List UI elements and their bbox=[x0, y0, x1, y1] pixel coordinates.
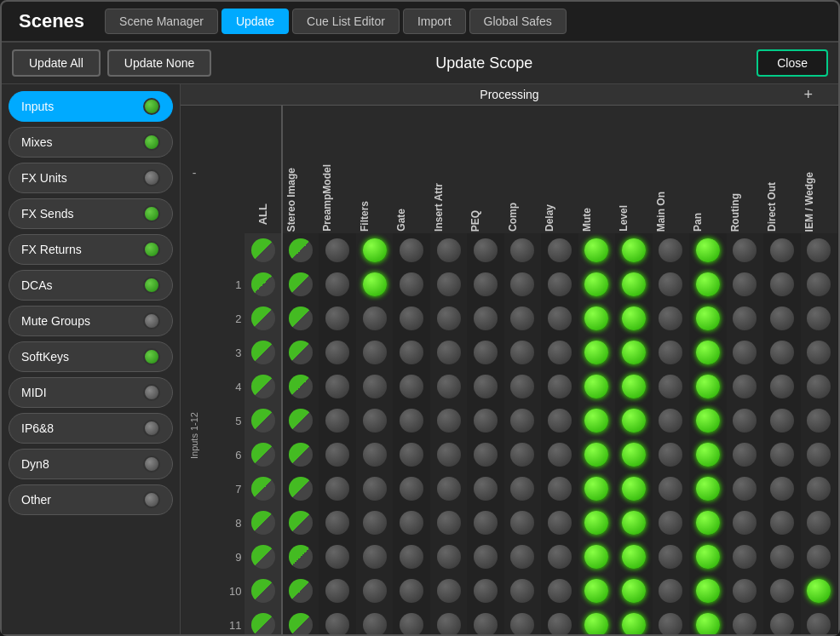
grid-cell[interactable] bbox=[727, 608, 763, 634]
sidebar-item-fx-returns[interactable]: FX Returns bbox=[9, 234, 173, 265]
grid-cell[interactable] bbox=[578, 472, 615, 506]
grid-cell[interactable] bbox=[356, 608, 393, 634]
grid-cell[interactable] bbox=[615, 574, 652, 608]
grid-cell[interactable] bbox=[504, 574, 541, 608]
sidebar-item-softkeys[interactable]: SoftKeys bbox=[9, 341, 173, 372]
grid-cell[interactable] bbox=[467, 472, 503, 506]
grid-cell[interactable] bbox=[393, 472, 429, 506]
grid-cell[interactable] bbox=[319, 574, 355, 608]
grid-cell[interactable] bbox=[653, 404, 689, 438]
all-column-dot[interactable] bbox=[245, 370, 281, 404]
grid-cell[interactable] bbox=[319, 301, 355, 335]
grid-cell[interactable] bbox=[578, 540, 615, 574]
grid-cell[interactable] bbox=[727, 267, 763, 301]
grid-cell[interactable] bbox=[763, 404, 800, 438]
grid-cell[interactable] bbox=[763, 574, 800, 608]
grid-cell[interactable] bbox=[801, 608, 838, 634]
close-button[interactable]: Close bbox=[757, 49, 828, 77]
grid-cell[interactable] bbox=[430, 404, 467, 438]
grid-cell[interactable] bbox=[393, 574, 429, 608]
grid-cell[interactable] bbox=[578, 506, 615, 540]
grid-cell[interactable] bbox=[467, 404, 503, 438]
grid-cell[interactable] bbox=[689, 404, 726, 438]
grid-cell[interactable] bbox=[393, 404, 429, 438]
grid-cell[interactable] bbox=[541, 506, 578, 540]
grid-cell[interactable] bbox=[727, 438, 763, 472]
sidebar-item-ip68[interactable]: IP6&8 bbox=[9, 413, 173, 444]
grid-cell[interactable] bbox=[801, 472, 838, 506]
grid-cell[interactable] bbox=[504, 370, 541, 404]
grid-cell[interactable] bbox=[689, 267, 726, 301]
grid-cell[interactable] bbox=[727, 472, 763, 506]
grid-cell[interactable] bbox=[689, 574, 726, 608]
grid-cell[interactable] bbox=[653, 438, 689, 472]
grid-cell[interactable] bbox=[319, 506, 355, 540]
grid-cell[interactable] bbox=[689, 438, 726, 472]
grid-cell[interactable] bbox=[356, 506, 393, 540]
grid-cell[interactable] bbox=[801, 370, 838, 404]
grid-cell[interactable] bbox=[541, 335, 578, 370]
grid-cell[interactable] bbox=[282, 472, 319, 506]
grid-cell[interactable] bbox=[282, 608, 319, 634]
grid-cell[interactable] bbox=[578, 335, 615, 370]
all-column-dot[interactable] bbox=[245, 267, 281, 301]
grid-cell[interactable] bbox=[504, 438, 541, 472]
grid-cell[interactable] bbox=[801, 438, 838, 472]
grid-cell[interactable] bbox=[541, 370, 578, 404]
grid-cell[interactable] bbox=[727, 506, 763, 540]
grid-cell[interactable] bbox=[578, 370, 615, 404]
grid-cell[interactable] bbox=[653, 301, 689, 335]
grid-cell[interactable] bbox=[504, 233, 541, 267]
grid-cell[interactable] bbox=[319, 438, 355, 472]
grid-cell[interactable] bbox=[653, 335, 689, 370]
sidebar-item-dcas[interactable]: DCAs bbox=[9, 270, 173, 301]
grid-cell[interactable] bbox=[763, 472, 800, 506]
grid-cell[interactable] bbox=[282, 404, 319, 438]
grid-cell[interactable] bbox=[615, 370, 652, 404]
sidebar-item-fx-units[interactable]: FX Units bbox=[9, 163, 173, 193]
processing-plus-button[interactable]: + bbox=[803, 86, 813, 104]
grid-cell[interactable] bbox=[467, 335, 503, 370]
grid-cell[interactable] bbox=[504, 301, 541, 335]
grid-cell[interactable] bbox=[689, 540, 726, 574]
grid-cell[interactable] bbox=[615, 540, 652, 574]
grid-cell[interactable] bbox=[356, 335, 393, 370]
tab-scene-manager[interactable]: Scene Manager bbox=[105, 9, 218, 34]
grid-cell[interactable] bbox=[430, 506, 467, 540]
grid-cell[interactable] bbox=[356, 574, 393, 608]
grid-cell[interactable] bbox=[763, 233, 800, 267]
grid-cell[interactable] bbox=[541, 608, 578, 634]
grid-cell[interactable] bbox=[356, 404, 393, 438]
grid-cell[interactable] bbox=[467, 267, 503, 301]
grid-cell[interactable] bbox=[393, 267, 429, 301]
grid-cell[interactable] bbox=[356, 438, 393, 472]
grid-cell[interactable] bbox=[467, 506, 503, 540]
grid-cell[interactable] bbox=[282, 233, 319, 267]
grid-cell[interactable] bbox=[393, 608, 429, 634]
grid-cell[interactable] bbox=[541, 438, 578, 472]
grid-cell[interactable] bbox=[763, 335, 800, 370]
grid-cell[interactable] bbox=[282, 574, 319, 608]
all-column-dot[interactable] bbox=[245, 404, 281, 438]
grid-cell[interactable] bbox=[393, 335, 429, 370]
grid-cell[interactable] bbox=[282, 370, 319, 404]
grid-cell[interactable] bbox=[801, 267, 838, 301]
grid-cell[interactable] bbox=[689, 608, 726, 634]
grid-cell[interactable] bbox=[430, 267, 467, 301]
sidebar-item-fx-sends[interactable]: FX Sends bbox=[9, 198, 173, 229]
tab-cue-list-editor[interactable]: Cue List Editor bbox=[292, 9, 400, 34]
grid-cell[interactable] bbox=[541, 301, 578, 335]
grid-cell[interactable] bbox=[615, 301, 652, 335]
grid-cell[interactable] bbox=[541, 404, 578, 438]
grid-cell[interactable] bbox=[578, 267, 615, 301]
sidebar-item-inputs[interactable]: Inputs bbox=[9, 91, 173, 122]
grid-cell[interactable] bbox=[541, 472, 578, 506]
grid-cell[interactable] bbox=[763, 540, 800, 574]
grid-cell[interactable] bbox=[504, 506, 541, 540]
grid-cell[interactable] bbox=[282, 438, 319, 472]
grid-cell[interactable] bbox=[689, 472, 726, 506]
grid-cell[interactable] bbox=[430, 335, 467, 370]
grid-cell[interactable] bbox=[430, 233, 467, 267]
grid-cell[interactable] bbox=[801, 301, 838, 335]
all-column-dot[interactable] bbox=[245, 335, 281, 370]
